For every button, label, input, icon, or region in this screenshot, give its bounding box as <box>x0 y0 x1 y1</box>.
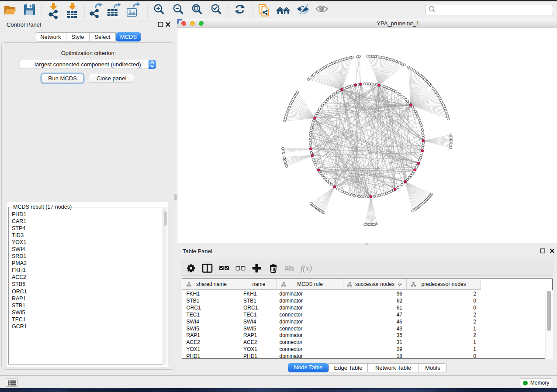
svg-text:f(x): f(x) <box>301 264 312 273</box>
